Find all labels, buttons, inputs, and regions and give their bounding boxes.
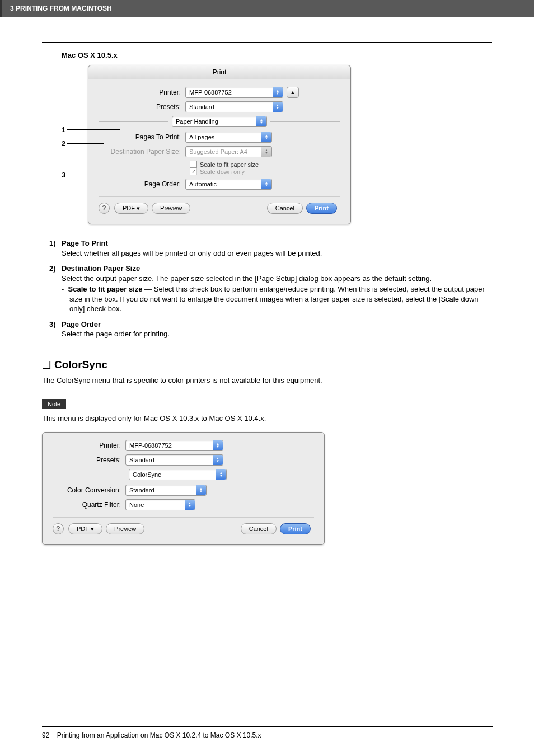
printer-select[interactable]: MFP-06887752 ▲▼ xyxy=(125,440,223,451)
dropdown-arrows-icon: ▲▼ xyxy=(213,440,223,450)
colorsync-heading: ❏ ColorSync xyxy=(42,359,492,371)
help-button[interactable]: ? xyxy=(99,203,110,214)
dropdown-arrows-icon: ▲▼ xyxy=(261,132,271,142)
dest-paper-select[interactable]: Suggested Paper: A4 ▲▼ xyxy=(185,146,272,157)
printer-label: Printer: xyxy=(99,88,185,96)
list-item-1: 1) Page To Print Select whether all page… xyxy=(49,238,492,258)
os-subtitle: Mac OS X 10.5.x xyxy=(62,43,492,59)
print-button[interactable]: Print xyxy=(280,523,311,534)
dropdown-arrows-icon: ▲▼ xyxy=(256,116,266,126)
page-order-label: Page Order: xyxy=(99,180,185,188)
printer-select[interactable]: MFP-06887752 ▲▼ xyxy=(185,87,283,98)
scale-down-label: Scale down only xyxy=(200,168,245,175)
dest-paper-label: Destination Paper Size: xyxy=(99,148,185,156)
dropdown-arrows-icon: ▲▼ xyxy=(273,87,283,97)
page-footer: 92 Printing from an Application on Mac O… xyxy=(42,726,493,739)
collapse-button[interactable]: ▲ xyxy=(287,87,299,98)
pane-select[interactable]: ColorSync ▲▼ xyxy=(129,469,227,480)
colorsync-intro: The ColorSync menu that is specific to c… xyxy=(42,375,492,386)
color-conversion-label: Color Conversion: xyxy=(53,486,125,494)
callout-line-3 xyxy=(67,175,123,175)
printer-label: Printer: xyxy=(53,442,125,449)
preview-button[interactable]: Preview xyxy=(106,523,144,534)
colorsync-dialog: Printer: MFP-06887752 ▲▼ Presets: Standa… xyxy=(42,432,325,545)
dropdown-arrows-icon: ▲▼ xyxy=(196,485,206,495)
pages-to-print-label: Pages To Print: xyxy=(99,133,185,141)
divider xyxy=(53,517,314,518)
quartz-filter-select[interactable]: None ▲▼ xyxy=(125,499,195,510)
callout-line-1 xyxy=(67,129,120,130)
presets-label: Presets: xyxy=(53,456,125,464)
help-button[interactable]: ? xyxy=(53,523,64,534)
dropdown-arrows-icon: ▲▼ xyxy=(273,102,283,112)
color-conversion-select[interactable]: Standard ▲▼ xyxy=(125,485,207,496)
scale-fit-checkbox[interactable] xyxy=(190,161,197,168)
pdf-button[interactable]: PDF ▾ xyxy=(114,203,148,214)
callout-1: 1 xyxy=(62,125,65,134)
divider xyxy=(99,196,340,197)
square-bullet-icon: ❏ xyxy=(42,359,51,371)
pdf-button[interactable]: PDF ▾ xyxy=(68,523,102,534)
cancel-button[interactable]: Cancel xyxy=(241,523,277,534)
scale-fit-label: Scale to fit paper size xyxy=(200,161,259,168)
callout-2: 2 xyxy=(62,139,65,148)
dropdown-arrows-icon: ▲▼ xyxy=(213,455,223,465)
note-text: This menu is displayed only for Mac OS X… xyxy=(42,414,492,424)
presets-label: Presets: xyxy=(99,103,185,111)
page-order-select[interactable]: Automatic ▲▼ xyxy=(185,179,272,190)
presets-select[interactable]: Standard ▲▼ xyxy=(185,101,283,112)
dropdown-arrows-icon: ▲▼ xyxy=(185,500,195,510)
presets-select[interactable]: Standard ▲▼ xyxy=(125,454,223,466)
dropdown-arrows-icon: ▲▼ xyxy=(261,179,271,189)
callout-line-2 xyxy=(67,143,104,144)
quartz-filter-label: Quartz Filter: xyxy=(53,501,125,509)
pages-to-print-select[interactable]: All pages ▲▼ xyxy=(185,132,272,143)
note-badge: Note xyxy=(42,399,66,409)
preview-button[interactable]: Preview xyxy=(152,203,190,214)
cancel-button[interactable]: Cancel xyxy=(267,203,303,214)
dialog-title: Print xyxy=(88,65,350,79)
scale-down-checkbox[interactable]: ✓ xyxy=(190,168,197,175)
page-header: 3 PRINTING FROM MACINTOSH xyxy=(0,0,534,17)
pane-select[interactable]: Paper Handling ▲▼ xyxy=(172,116,267,127)
callout-3: 3 xyxy=(62,171,65,179)
print-dialog: Print Printer: MFP-06887752 ▲▼ ▲ Presets… xyxy=(88,65,351,224)
list-item-2: 2) Destination Paper Size Select the out… xyxy=(49,264,492,314)
dropdown-arrows-icon: ▲▼ xyxy=(216,469,226,480)
print-button[interactable]: Print xyxy=(306,203,337,214)
list-item-3: 3) Page Order Select the page order for … xyxy=(49,320,492,339)
dropdown-arrows-icon: ▲▼ xyxy=(261,147,271,157)
